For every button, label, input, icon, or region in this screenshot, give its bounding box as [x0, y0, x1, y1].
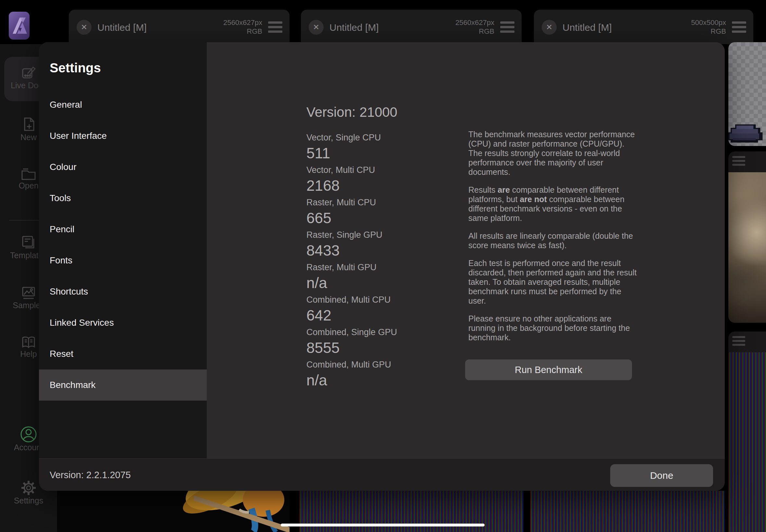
stat-value: 665 [306, 210, 456, 226]
stat-value: n/a [306, 274, 456, 291]
tab-menu-icon[interactable] [268, 19, 282, 35]
stat-value: 642 [306, 307, 456, 324]
stat-label: Raster, Multi CPU [306, 197, 456, 208]
stat-label: Combined, Multi GPU [306, 359, 456, 370]
tab-document-info: 2560x627px RGB [223, 18, 262, 36]
live-docs-icon [21, 65, 36, 81]
pixel-art-blob [728, 123, 766, 146]
done-button[interactable]: Done [610, 464, 713, 487]
tab-title: Untitled [M] [97, 22, 147, 33]
description-paragraph: Please ensure no other applications are … [468, 314, 637, 342]
app-version-text: Version: 2.2.1.2075 [50, 470, 131, 480]
tab-title: Untitled [M] [329, 22, 379, 33]
document-panel-header [728, 151, 766, 172]
help-book-icon [20, 335, 37, 350]
stat-value: 8555 [306, 339, 456, 356]
document-panel-header [728, 332, 766, 352]
run-benchmark-button[interactable]: Run Benchmark [465, 359, 632, 380]
canvas-photo-thumbnail [728, 172, 766, 323]
settings-sidebar: Settings General User Interface Colour T… [39, 42, 207, 458]
stat-label: Raster, Multi GPU [306, 262, 456, 273]
nav-item-shortcuts[interactable]: Shortcuts [39, 276, 207, 307]
nav-item-colour[interactable]: Colour [39, 151, 207, 183]
description-paragraph: Results are comparable between different… [468, 185, 637, 223]
canvas-parrot-photo [57, 491, 289, 532]
home-indicator[interactable] [281, 524, 485, 526]
settings-dialog: Settings General User Interface Colour T… [39, 42, 725, 491]
canvas-rgb-stripes [530, 491, 724, 532]
nav-item-general[interactable]: General [39, 89, 207, 120]
parrot-illustration [57, 491, 289, 532]
samples-image-icon [20, 285, 37, 301]
stat-label: Raster, Single GPU [306, 230, 456, 240]
benchmark-version-heading: Version: 21000 [306, 104, 397, 120]
close-tab-icon[interactable]: ✕ [77, 20, 91, 35]
dialog-title: Settings [50, 61, 101, 75]
tab-menu-icon[interactable] [500, 19, 515, 35]
description-paragraph: Each test is performed once and the resu… [468, 259, 637, 306]
stat-label: Combined, Multi CPU [306, 295, 456, 305]
nav-item-tools[interactable]: Tools [39, 183, 207, 214]
description-paragraph: All results are linearly comparable (dou… [468, 231, 637, 250]
tab-menu-icon[interactable] [732, 19, 746, 35]
document-tab-3[interactable]: ✕ Untitled [M] 500x500px RGB [534, 10, 753, 44]
close-tab-icon[interactable]: ✕ [309, 20, 323, 35]
settings-gear-icon [20, 479, 37, 496]
stat-label: Vector, Single CPU [306, 132, 456, 143]
stat-value: 511 [306, 145, 456, 162]
affinity-app-logo[interactable] [9, 12, 30, 40]
nav-item-user-interface[interactable]: User Interface [39, 120, 207, 151]
stat-value: 2168 [306, 177, 456, 194]
tab-document-info: 500x500px RGB [691, 18, 726, 36]
nav-item-pencil[interactable]: Pencil [39, 214, 207, 245]
stat-value: 8433 [306, 242, 456, 259]
document-tab-2[interactable]: ✕ Untitled [M] 2560x627px RGB [301, 10, 522, 44]
canvas-transparent-checker [728, 42, 766, 146]
nav-item-reset[interactable]: Reset [39, 338, 207, 369]
new-document-icon [21, 116, 36, 133]
panel-menu-icon[interactable] [732, 154, 745, 168]
open-folder-icon [20, 166, 37, 181]
templates-icon [20, 234, 37, 251]
nav-item-benchmark[interactable]: Benchmark [39, 369, 207, 401]
dialog-footer: Version: 2.2.1.2075 Done [39, 458, 725, 491]
toolbar-label: Settings [0, 496, 57, 505]
document-tab-1[interactable]: ✕ Untitled [M] 2560x627px RGB [69, 10, 289, 44]
benchmark-stats-list: Vector, Single CPU 511 Vector, Multi CPU… [306, 132, 456, 392]
stat-label: Vector, Multi CPU [306, 165, 456, 175]
stat-value: n/a [306, 372, 456, 389]
account-person-icon [20, 426, 37, 443]
benchmark-description: The benchmark measures vector performanc… [468, 130, 637, 351]
tab-document-info: 2560x627px RGB [456, 18, 494, 36]
affinity-aperture-glyph [9, 12, 30, 40]
nav-item-fonts[interactable]: Fonts [39, 245, 207, 276]
tab-title: Untitled [M] [563, 22, 612, 33]
panel-menu-icon[interactable] [732, 334, 745, 348]
nav-item-linked-services[interactable]: Linked Services [39, 307, 207, 338]
close-tab-icon[interactable]: ✕ [542, 20, 557, 35]
stat-label: Combined, Single GPU [306, 327, 456, 338]
canvas-rgb-stripes [728, 352, 766, 532]
description-paragraph: The benchmark measures vector performanc… [468, 130, 637, 177]
